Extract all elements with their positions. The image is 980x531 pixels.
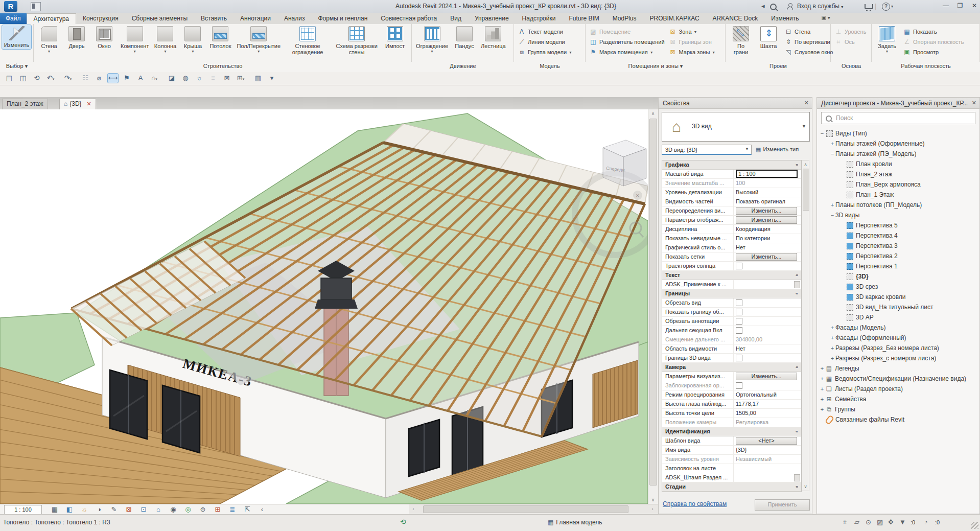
- checkbox[interactable]: [736, 309, 742, 315]
- account-icon[interactable]: [787, 3, 793, 9]
- tree-item-листы-раздел-проекта-[interactable]: +❏Листы (Раздел проекта): [819, 384, 972, 394]
- checkbox[interactable]: [736, 318, 742, 325]
- scrollbar-thumb[interactable]: [423, 505, 628, 513]
- tree-item-3d-срез[interactable]: 3D срез: [819, 282, 972, 292]
- select-by-face-icon[interactable]: ▨: [877, 518, 883, 526]
- tab-анализ[interactable]: Анализ: [277, 13, 312, 24]
- property-row[interactable]: Положение камерыРегулировка: [662, 418, 801, 427]
- unhide-icon[interactable]: ⌂: [153, 505, 164, 514]
- property-row[interactable]: Область видимостиНет: [662, 344, 801, 354]
- окно-button[interactable]: Окно: [91, 25, 118, 50]
- browser-search-input[interactable]: Поиск: [821, 112, 975, 124]
- группа-модели-button[interactable]: ⧈Группа модели▼: [516, 47, 574, 57]
- tree-item--3d-[interactable]: {3D}: [819, 271, 972, 282]
- property-row[interactable]: Заблокированная ор...: [662, 381, 801, 390]
- tab-future-bim[interactable]: Future BIM: [562, 13, 605, 24]
- tree-item-группы[interactable]: +⧉Группы: [819, 404, 972, 414]
- switch-windows-icon[interactable]: ⊞▾: [236, 74, 246, 83]
- лестница-button[interactable]: Лестница: [479, 25, 508, 50]
- resize-grip[interactable]: [971, 522, 978, 529]
- property-row[interactable]: Обрезать аннотации: [662, 317, 801, 326]
- revit-logo-icon[interactable]: R: [4, 1, 17, 12]
- displacement-icon[interactable]: ⇱: [242, 505, 253, 514]
- ограждение-button[interactable]: Ограждение▼: [414, 25, 450, 54]
- просмотр-button[interactable]: ▣Просмотр: [901, 47, 966, 57]
- close-hidden-windows-icon[interactable]: ⊠: [222, 74, 232, 83]
- drawing-area[interactable]: МИКЕА-3: [0, 109, 648, 504]
- expander-icon[interactable]: −: [829, 149, 835, 159]
- property-row[interactable]: Уровень детализацииВысокий: [662, 188, 801, 197]
- задать-button[interactable]: Задать▼: [874, 25, 900, 54]
- open-icon[interactable]: ▤: [4, 74, 14, 83]
- tree-item-виды-тип-[interactable]: −Виды (Тип): [819, 128, 972, 138]
- shadows-icon[interactable]: ◑: [94, 505, 105, 514]
- show-crop-icon[interactable]: ⊡: [138, 505, 149, 514]
- показать-button[interactable]: ▦Показать: [901, 27, 966, 37]
- section-графика[interactable]: Графика«: [662, 160, 801, 170]
- worksharing-display-icon[interactable]: ≣: [227, 505, 238, 514]
- tree-item-3d-вид-на-титульный-лист[interactable]: 3D вид_На титульный лист: [819, 302, 972, 312]
- property-row[interactable]: Дальняя секущая Вкл: [662, 326, 801, 335]
- scale-input[interactable]: 1 : 100: [736, 170, 798, 178]
- property-row[interactable]: Шаблон вида<Нет>: [662, 436, 801, 446]
- tree-item-перспектива-2[interactable]: Перспектива 2: [819, 251, 972, 261]
- tree-item-планы-потолков-пп-модель-[interactable]: +Планы потолков (ПП_Модель): [819, 200, 972, 210]
- tab-сборные-элементы[interactable]: Сборные элементы: [125, 13, 194, 24]
- expander-icon[interactable]: +: [829, 343, 835, 353]
- крыша-button[interactable]: Крыша▼: [179, 25, 206, 54]
- property-row[interactable]: Переопределения ви...Изменить...: [662, 206, 801, 216]
- линия-модели-button[interactable]: ⟋Линия модели: [516, 37, 574, 47]
- section-стадии[interactable]: Стадии«: [662, 482, 801, 492]
- temporary-view-properties-icon[interactable]: ⊜: [197, 505, 208, 514]
- select-links-icon[interactable]: ⌗: [843, 518, 847, 526]
- select-pinned-icon[interactable]: ⊙: [866, 518, 871, 526]
- canvas-horizontal-scrollbar[interactable]: ‹ ›: [409, 504, 658, 514]
- selection-count-icon[interactable]: ◔: [924, 518, 928, 526]
- checkbox[interactable]: [736, 299, 742, 306]
- scroll-down-icon[interactable]: ∨: [648, 496, 658, 504]
- слуховое-окно-button[interactable]: ◹Слуховое окно: [782, 47, 835, 57]
- tree-item-3d-каркас-кровли[interactable]: 3D каркас кровли: [819, 292, 972, 302]
- scale-selector[interactable]: 1 : 100: [4, 505, 42, 515]
- collapse-icon[interactable]: ‹: [256, 505, 268, 514]
- tree-item-связанные-файлы-revit[interactable]: Связанные файлы Revit: [819, 414, 972, 425]
- close-properties-icon[interactable]: ✕: [804, 100, 809, 106]
- select-underlay-icon[interactable]: ▱: [854, 518, 859, 526]
- checkbox[interactable]: [736, 327, 742, 334]
- property-row[interactable]: Высота точки цели1505,00: [662, 409, 801, 418]
- view-tab-план-2-этаж[interactable]: План_2 этаж: [2, 99, 48, 109]
- марка-помещения-button[interactable]: ⚑Марка помещения▼: [587, 47, 667, 57]
- close-view-icon[interactable]: ✕: [87, 101, 91, 107]
- property-row[interactable]: Масштаб вида1 : 100: [662, 170, 801, 179]
- filter-icon[interactable]: ▼: [899, 518, 906, 526]
- expander-icon[interactable]: +: [829, 138, 835, 149]
- tree-item-разрезы-разрез-без-номера-листа-[interactable]: +Разрезы (Разрез_Без номера листа): [819, 343, 972, 353]
- visual-style-icon[interactable]: ◧: [64, 505, 75, 514]
- expander-icon[interactable]: +: [829, 353, 835, 363]
- modify-panel-toggle-icon[interactable]: ▣ ▾: [814, 13, 836, 24]
- property-row[interactable]: Показать границу об...: [662, 308, 801, 317]
- expander-icon[interactable]: −: [819, 128, 825, 138]
- sun-path-icon[interactable]: ☼: [79, 505, 90, 514]
- марка-зоны-button[interactable]: ⊠Марка зоны▼: [667, 47, 718, 57]
- expander-icon[interactable]: +: [819, 394, 825, 404]
- edit-button[interactable]: Изменить...: [736, 207, 797, 215]
- tree-item-фасады-модель-[interactable]: +Фасады (Модель): [819, 322, 972, 333]
- property-row[interactable]: Видимость частейПоказать оригинал: [662, 197, 801, 206]
- property-row[interactable]: Заголовок на листе: [662, 464, 801, 473]
- tree-item-перспектива-5[interactable]: Перспектива 5: [819, 220, 972, 230]
- thin-lines-icon[interactable]: ≡: [208, 74, 218, 83]
- tab-modplus[interactable]: ModPlus: [606, 13, 643, 24]
- expander-icon[interactable]: +: [829, 322, 835, 333]
- стена-button[interactable]: Стена▼: [36, 25, 62, 54]
- импост-button[interactable]: Импост: [382, 25, 408, 50]
- properties-scrollbar[interactable]: ∧ ∨: [802, 160, 809, 491]
- default-3d-view-icon[interactable]: ⌂▾: [149, 74, 159, 83]
- property-row[interactable]: Границы 3D вида: [662, 354, 801, 363]
- схема-разрезки-стены-button[interactable]: Схема разрезки стены: [333, 25, 381, 56]
- more-button[interactable]: [794, 474, 800, 481]
- tree-item-план-2-этаж[interactable]: План_2 этаж: [819, 169, 972, 179]
- property-row[interactable]: Зависимость уровняНезависимый: [662, 455, 801, 464]
- tree-item-планы-этажей-оформленные-[interactable]: +Планы этажей (Оформленные): [819, 138, 972, 149]
- tab-аннотации[interactable]: Аннотации: [234, 13, 277, 24]
